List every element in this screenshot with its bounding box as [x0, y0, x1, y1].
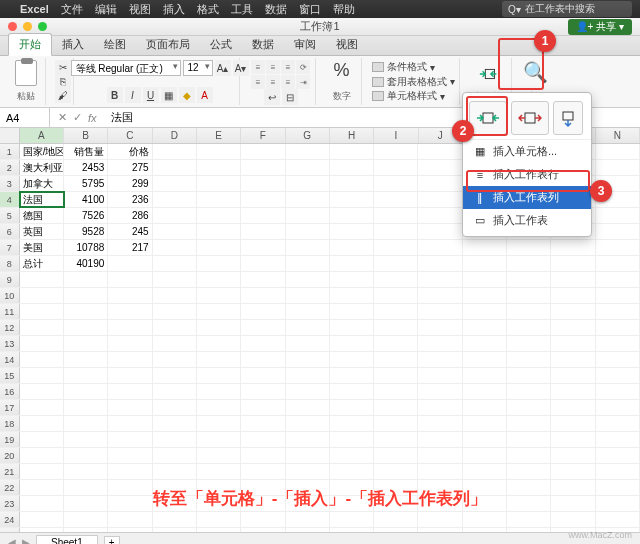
align-center-icon[interactable]: ≡	[266, 75, 280, 89]
cell[interactable]	[596, 432, 640, 447]
cell[interactable]	[197, 176, 241, 191]
row-header[interactable]: 16	[0, 384, 20, 399]
cell[interactable]	[418, 240, 462, 255]
cell[interactable]	[374, 320, 418, 335]
cell[interactable]	[286, 384, 330, 399]
share-button[interactable]: 👤+ 共享 ▾	[568, 19, 632, 35]
cell[interactable]	[507, 288, 551, 303]
align-top-icon[interactable]: ≡	[251, 60, 265, 74]
cell[interactable]	[463, 400, 507, 415]
cell[interactable]	[241, 224, 285, 239]
tab-home[interactable]: 开始	[8, 33, 52, 56]
global-search[interactable]: Q▾在工作表中搜索	[502, 1, 632, 17]
cell[interactable]	[20, 512, 64, 527]
cell[interactable]: 7526	[64, 208, 108, 223]
cell[interactable]	[64, 272, 108, 287]
cell[interactable]	[20, 320, 64, 335]
insert-columns-item[interactable]: ‖插入工作表列	[463, 186, 591, 209]
cell[interactable]	[507, 384, 551, 399]
cell[interactable]	[374, 528, 418, 532]
cell[interactable]	[64, 464, 108, 479]
cell[interactable]	[153, 352, 197, 367]
cell[interactable]	[551, 368, 595, 383]
border-button[interactable]: ▦	[161, 87, 177, 103]
cell[interactable]	[197, 304, 241, 319]
cell[interactable]	[197, 240, 241, 255]
cell[interactable]	[418, 144, 462, 159]
cell[interactable]	[374, 304, 418, 319]
cell[interactable]	[153, 464, 197, 479]
menu-file[interactable]: 文件	[61, 2, 83, 17]
cell[interactable]: 40190	[64, 256, 108, 271]
cell[interactable]	[197, 416, 241, 431]
cell[interactable]	[153, 528, 197, 532]
cell[interactable]	[418, 512, 462, 527]
row-header[interactable]: 3	[0, 176, 20, 191]
cell[interactable]	[20, 384, 64, 399]
cell[interactable]	[108, 368, 152, 383]
tab-review[interactable]: 审阅	[284, 34, 326, 55]
cell[interactable]	[418, 400, 462, 415]
cell[interactable]	[330, 448, 374, 463]
cell[interactable]	[551, 448, 595, 463]
col-header-D[interactable]: D	[153, 128, 197, 143]
cell[interactable]	[108, 528, 152, 532]
cell[interactable]	[507, 432, 551, 447]
cell[interactable]	[241, 464, 285, 479]
row-header[interactable]: 12	[0, 320, 20, 335]
cell[interactable]: 275	[108, 160, 152, 175]
col-header-H[interactable]: H	[330, 128, 374, 143]
cell[interactable]	[374, 160, 418, 175]
cell[interactable]	[507, 512, 551, 527]
cell[interactable]	[596, 384, 640, 399]
cell[interactable]	[108, 304, 152, 319]
cell[interactable]	[20, 368, 64, 383]
cell[interactable]: 国家/地区	[20, 144, 64, 159]
cell[interactable]	[330, 336, 374, 351]
cell[interactable]	[286, 528, 330, 532]
app-name[interactable]: Excel	[20, 3, 49, 15]
cell[interactable]	[330, 176, 374, 191]
cell[interactable]	[463, 512, 507, 527]
cell[interactable]	[20, 464, 64, 479]
cell[interactable]: 英国	[20, 224, 64, 239]
font-color-button[interactable]: A	[197, 87, 213, 103]
cell[interactable]	[108, 512, 152, 527]
cell[interactable]	[374, 464, 418, 479]
tab-view[interactable]: 视图	[326, 34, 368, 55]
cell[interactable]	[286, 464, 330, 479]
cell[interactable]	[153, 416, 197, 431]
row-header[interactable]: 11	[0, 304, 20, 319]
cell[interactable]	[241, 320, 285, 335]
col-header-I[interactable]: I	[374, 128, 418, 143]
cell[interactable]	[507, 528, 551, 532]
cell[interactable]	[241, 448, 285, 463]
cell[interactable]	[286, 256, 330, 271]
cell[interactable]	[286, 224, 330, 239]
cell[interactable]: 德国	[20, 208, 64, 223]
cell[interactable]	[551, 304, 595, 319]
cell[interactable]	[507, 272, 551, 287]
cell[interactable]	[108, 448, 152, 463]
cell[interactable]	[197, 144, 241, 159]
cell[interactable]: 10788	[64, 240, 108, 255]
cell[interactable]	[197, 368, 241, 383]
row-header[interactable]: 2	[0, 160, 20, 175]
add-sheet-button[interactable]: +	[104, 536, 120, 545]
cell[interactable]	[20, 400, 64, 415]
cell[interactable]	[551, 240, 595, 255]
cell[interactable]	[330, 208, 374, 223]
cell[interactable]	[197, 208, 241, 223]
tab-formulas[interactable]: 公式	[200, 34, 242, 55]
font-size-select[interactable]: 12	[183, 60, 213, 76]
cell[interactable]: 245	[108, 224, 152, 239]
cell[interactable]	[153, 320, 197, 335]
cell[interactable]	[153, 448, 197, 463]
underline-button[interactable]: U	[143, 87, 159, 103]
cell[interactable]	[507, 320, 551, 335]
cell[interactable]	[374, 512, 418, 527]
cell[interactable]	[507, 352, 551, 367]
delete-big-button[interactable]	[511, 101, 549, 135]
cell[interactable]	[418, 272, 462, 287]
cell[interactable]	[20, 432, 64, 447]
